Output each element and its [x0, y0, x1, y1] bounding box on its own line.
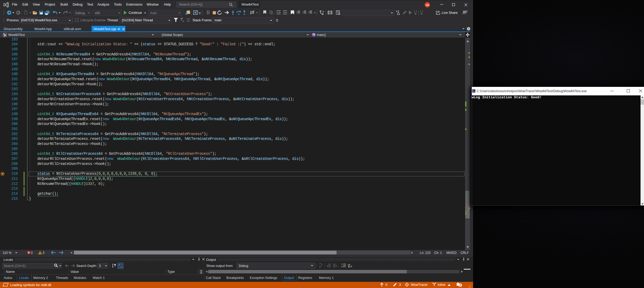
svg-text:ab: ab: [348, 263, 350, 266]
svg-text:ab: ab: [120, 266, 122, 267]
